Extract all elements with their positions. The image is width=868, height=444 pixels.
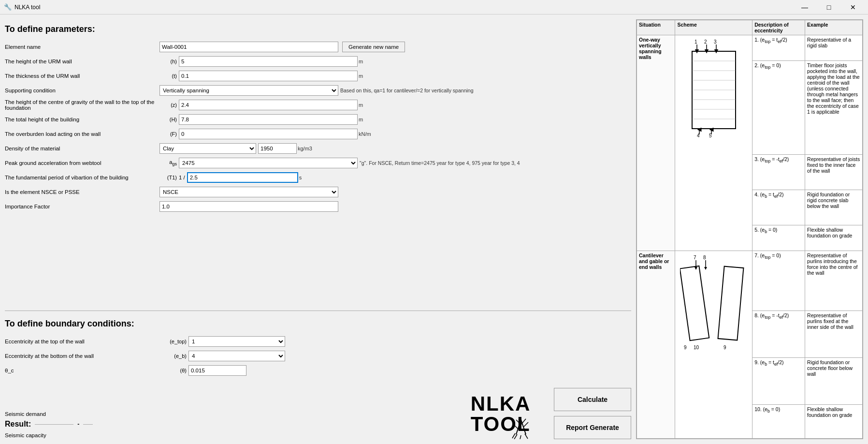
params-title: To define parameters:	[5, 24, 631, 34]
theta-symbol: (θ)	[159, 368, 188, 373]
ecc-top-select[interactable]: 1 2 3	[188, 336, 285, 347]
importance-label: Importance Factor	[5, 204, 159, 209]
app-title: NLKA tool	[14, 4, 40, 11]
cantilever-scheme: 7 8 9	[675, 251, 752, 438]
reference-table-panel: Situation Scheme Description of eccentri…	[636, 19, 863, 439]
result-title: Result: -	[5, 420, 448, 429]
cantilever-situation: Cantilever and gable or end walls	[637, 251, 675, 438]
density-label: Density of the material	[5, 146, 159, 151]
boundary-title: To define boundary conditions:	[5, 319, 631, 329]
logo-decoration	[506, 415, 535, 439]
thickness-symbol: (t)	[159, 73, 179, 79]
cantilever-example-8: Representative of purlins fixed at the i…	[805, 311, 863, 357]
vspan-example-2: Timber floor joists pocketed into the wa…	[805, 60, 863, 155]
title-bar-controls: — □ ✕	[794, 0, 864, 14]
density-row: Density of the material Clay Concrete Br…	[5, 143, 631, 154]
pga-note: "g". For NSCE, Return time=2475 year for…	[360, 160, 631, 166]
seismic-demand-label: Seismic demand	[5, 411, 448, 417]
bottom-row: Seismic demand Result: - Seismic capacit…	[5, 383, 631, 439]
nsce-psse-select[interactable]: NSCE PSSE	[159, 187, 338, 197]
pga-row: Peak ground acceleration from webtool ag…	[5, 157, 631, 169]
title-bar-left: 🔧 NLKA tool	[4, 3, 40, 11]
vspan-example-3: Representative of joists fixed to the in…	[805, 155, 863, 190]
nsce-psse-label: Is the element NSCE or PSSE	[5, 189, 159, 195]
density-material-select[interactable]: Clay Concrete Brick	[159, 143, 256, 154]
cantilever-example-7: Representative of purlins introducing th…	[805, 251, 863, 311]
cg-height-input[interactable]	[179, 100, 358, 110]
report-generate-button[interactable]: Report Generate	[554, 416, 631, 439]
svg-rect-24	[680, 266, 709, 340]
theta-input[interactable]	[188, 365, 246, 376]
params-section: To define parameters: Element name Gener…	[5, 19, 631, 307]
svg-marker-21	[694, 267, 697, 270]
cantilever-example-10: Flexible shallow foundation on grade	[805, 404, 863, 438]
svg-text:7: 7	[694, 255, 696, 260]
left-panel: To define parameters: Element name Gener…	[5, 19, 631, 439]
svg-rect-25	[718, 266, 743, 340]
col-example: Example	[805, 20, 863, 35]
main-layout: To define parameters: Element name Gener…	[0, 15, 868, 444]
supporting-cond-select[interactable]: Vertically spanning Cantilever	[159, 85, 338, 96]
ecc-top-symbol: (e_top)	[159, 339, 188, 344]
height-unit: m	[358, 59, 377, 64]
where-section: where: etop e_top is the eccentricity at…	[637, 439, 863, 439]
fund-period-unit: s	[298, 175, 318, 180]
vspan-situation: One-way vertically spanning walls	[637, 35, 675, 251]
height-label: The height of the URM wall	[5, 59, 159, 64]
pga-dropdown[interactable]: 2475 975 475	[179, 158, 358, 168]
vspan-scheme: 1 2 3	[675, 35, 752, 251]
col-desc: Description of eccentricity	[752, 20, 805, 35]
demand-capacity-result-area: Seismic demand Result: - Seismic capacit…	[5, 409, 448, 439]
importance-input[interactable]	[159, 201, 338, 212]
vspan-desc-5: 5. (eb = 0)	[752, 225, 805, 251]
theta-label: θ_c	[5, 368, 159, 373]
density-value-input[interactable]	[258, 143, 297, 154]
vspan-example-5: Flexible shallow foundation on grade	[805, 225, 863, 251]
thickness-label: The thickness of the URM wall	[5, 73, 159, 79]
col-situation: Situation	[637, 20, 675, 35]
total-height-row: The total height of the building (H) m	[5, 114, 631, 125]
height-symbol: (h)	[159, 59, 179, 64]
total-height-unit: m	[358, 117, 377, 122]
element-name-label: Element name	[5, 44, 159, 50]
overburden-input[interactable]	[179, 129, 358, 139]
cantilever-desc-10: 10. (eb = 0)	[752, 404, 805, 438]
ecc-bottom-select[interactable]: 1 2 3 4	[188, 351, 285, 361]
table-header-row: Situation Scheme Description of eccentri…	[637, 20, 863, 35]
overburden-symbol: (F)	[159, 131, 179, 137]
fund-period-input[interactable]	[187, 172, 298, 183]
cantilever-diagram: 7 8 9	[680, 252, 748, 359]
height-input[interactable]	[179, 56, 358, 67]
total-height-symbol: (H)	[159, 117, 179, 122]
element-name-row: Element name Generate new name	[5, 41, 631, 53]
result-line-2	[83, 424, 93, 425]
total-height-input[interactable]	[179, 114, 358, 125]
logo-area: NLKA TOOL	[452, 394, 549, 439]
cantilever-row: Cantilever and gable or end walls 7 8	[637, 251, 863, 311]
theta-row: θ_c (θ)	[5, 365, 631, 376]
seismic-capacity-label: Seismic capacity	[5, 432, 448, 438]
ecc-bottom-row: Eccentricity at the bottom of the wall (…	[5, 350, 631, 362]
maximize-button[interactable]: □	[818, 0, 840, 14]
thickness-unit: m	[358, 73, 377, 79]
total-height-label: The total height of the building	[5, 117, 159, 122]
vspan-example-1: Representative of a rigid slab	[805, 35, 863, 61]
ecc-bottom-symbol: (e_b)	[159, 353, 188, 359]
cantilever-example-9: Rigid foundation or concrete floor below…	[805, 357, 863, 404]
minimize-button[interactable]: —	[794, 0, 816, 14]
cantilever-desc-7: 7. (etop = 0)	[752, 251, 805, 311]
svg-text:8: 8	[703, 255, 706, 260]
thickness-input[interactable]	[179, 71, 358, 81]
height-row: The height of the URM wall (h) m	[5, 56, 631, 67]
svg-marker-23	[704, 267, 707, 270]
supporting-cond-row: Supporting condition Vertically spanning…	[5, 85, 631, 96]
close-button[interactable]: ✕	[842, 0, 864, 14]
svg-text:1: 1	[694, 39, 697, 44]
result-line-1	[35, 424, 73, 425]
nsce-psse-row: Is the element NSCE or PSSE NSCE PSSE	[5, 186, 631, 198]
thickness-row: The thickness of the URM wall (t) m	[5, 70, 631, 82]
vspan-example-4: Rigid foundation or rigid concrete slab …	[805, 190, 863, 225]
element-name-input[interactable]	[159, 42, 338, 52]
generate-name-button[interactable]: Generate new name	[342, 42, 405, 52]
calculate-button[interactable]: Calculate	[554, 388, 631, 411]
